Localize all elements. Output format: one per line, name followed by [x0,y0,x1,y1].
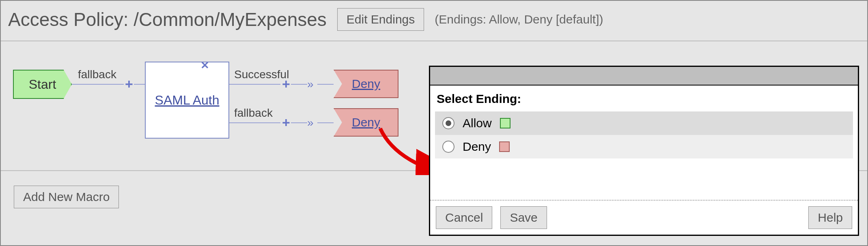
color-swatch-allow [500,118,510,128]
connector-line [229,122,280,123]
radio-icon[interactable] [442,117,454,129]
option-label: Allow [463,116,492,130]
add-action-icon[interactable]: + [125,77,133,91]
edit-endings-button[interactable]: Edit Endings [337,8,424,31]
connector-line [134,84,145,85]
help-button[interactable]: Help [808,206,852,229]
ending-node-link[interactable]: Deny [352,77,380,91]
dialog-body: Select Ending: Allow Deny [430,86,858,200]
connector-line [317,122,334,123]
branch-label-fallback2: fallback [234,107,273,120]
add-action-icon[interactable]: + [282,77,290,91]
select-ending-dialog: Select Ending: Allow Deny Cancel Save He… [429,66,859,236]
ending-node-deny[interactable]: Deny [334,70,398,98]
arrow-icon: » [307,116,311,129]
action-node-link[interactable]: SAML Auth [155,93,220,108]
branch-label-fallback: fallback [78,68,116,81]
add-new-macro-button[interactable]: Add New Macro [14,186,119,208]
start-node-label: Start [29,77,56,92]
endings-summary: (Endings: Allow, Deny [default]) [435,13,603,26]
connector-line [317,84,334,85]
dialog-footer: Cancel Save Help [430,200,858,235]
delete-action-icon[interactable]: ✕ [200,59,209,72]
radio-icon[interactable] [442,141,454,153]
spacer [555,206,801,229]
color-swatch-deny [499,141,510,152]
dialog-titlebar[interactable] [430,67,858,86]
branch-label-successful: Successful [234,68,289,81]
add-action-icon[interactable]: + [282,116,290,129]
action-node-saml-auth[interactable]: SAML Auth [145,62,229,139]
ending-node-deny[interactable]: Deny [334,108,398,137]
page-title: Access Policy: /Common/MyExpenses [8,9,327,30]
cancel-button[interactable]: Cancel [436,206,492,229]
start-node[interactable]: Start [13,70,72,99]
connector-line [229,84,280,85]
dialog-heading: Select Ending: [437,92,853,106]
connector-line [291,84,307,85]
save-button[interactable]: Save [500,206,547,229]
option-label: Deny [463,140,491,154]
connector-line [291,122,307,123]
arrow-icon: » [307,78,311,91]
ending-option-allow[interactable]: Allow [435,111,853,135]
connector-line [72,84,124,85]
ending-option-deny[interactable]: Deny [435,135,853,158]
page-header: Access Policy: /Common/MyExpenses Edit E… [1,1,867,41]
ending-node-link[interactable]: Deny [352,116,380,129]
